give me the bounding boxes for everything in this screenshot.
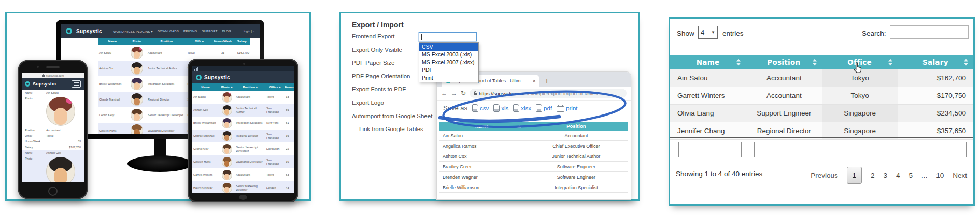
next-button[interactable]: Next xyxy=(953,171,967,179)
hamburger-menu-icon[interactable] xyxy=(72,80,81,88)
dropdown-option[interactable]: MS Excel 2003 (.xls) xyxy=(419,51,478,59)
table-row: Garrett WintersAccountantTokyo$170,750 xyxy=(670,87,973,105)
cell xyxy=(219,105,235,116)
page-number-2[interactable]: 2 xyxy=(871,171,875,179)
column-header[interactable]: Name xyxy=(439,123,524,129)
cell xyxy=(219,157,235,167)
save-as-link-xlsx[interactable]: xlsx xyxy=(513,104,531,112)
tablet-table-body: Airi SatouAccountantTokyo33Ashton CoxJun… xyxy=(192,91,294,193)
save-as-link-pdf[interactable]: pdf xyxy=(536,104,552,112)
data-table: NamePositionOfficeSalary Airi SatouAccou… xyxy=(670,55,973,140)
phone-speaker xyxy=(46,66,60,68)
save-as-link-print[interactable]: print xyxy=(557,105,577,112)
avatar xyxy=(131,62,143,75)
tab-close-icon[interactable]: × xyxy=(533,78,536,84)
table-row: Olivia LiangSupport EngineerSingapore$23… xyxy=(670,105,973,122)
phone-record-list: NameAiri SatouPhotoPositionAccountantOff… xyxy=(22,90,84,182)
field-label: Position xyxy=(25,128,46,132)
column-filter-input-position[interactable] xyxy=(754,142,816,157)
address-bar[interactable]: https://supsystic.com/example/export-imp… xyxy=(470,89,627,98)
reload-icon[interactable]: ↻ xyxy=(461,90,466,97)
dropdown-option[interactable]: Print xyxy=(419,74,478,82)
column-header-position[interactable]: Position xyxy=(746,58,821,66)
frontend-export-input[interactable]: ​ xyxy=(419,32,477,41)
column-header[interactable]: Office xyxy=(187,40,212,43)
cell: Tokyo xyxy=(265,173,285,177)
cell: Charde Marshall xyxy=(192,134,219,138)
save-as-link-csv[interactable]: csv xyxy=(472,104,489,112)
navbar-menu-item[interactable]: DOWNLOADS xyxy=(158,30,179,33)
cell: Javascript Developer xyxy=(235,160,265,164)
cell xyxy=(219,92,235,103)
tablet-status-bar xyxy=(192,66,294,71)
cell: Brielle Williamson xyxy=(192,121,219,125)
dropdown-option[interactable]: PDF xyxy=(419,66,478,74)
table-row: Airi SatouAccountantTokyo$162,700 xyxy=(670,69,973,87)
save-as-link-xls[interactable]: xls xyxy=(493,104,508,112)
dropdown-option[interactable]: CSV xyxy=(419,43,478,51)
cell: Senior Javascript Developer xyxy=(235,146,265,153)
avatar-bow xyxy=(229,92,232,94)
avatar xyxy=(222,170,232,180)
cell: Airi Satou xyxy=(670,69,746,87)
navbar-menu-item[interactable]: BLOG xyxy=(222,30,231,33)
search-input[interactable] xyxy=(890,25,969,39)
column-header[interactable]: Hours xyxy=(285,85,294,89)
avatar xyxy=(222,144,232,154)
field-label: Name xyxy=(25,151,46,154)
cell: Tokyo xyxy=(822,87,898,104)
column-header[interactable]: Office ♦ xyxy=(265,85,285,89)
column-header[interactable]: Position xyxy=(524,123,628,129)
forward-icon[interactable]: → xyxy=(451,90,457,97)
back-icon[interactable]: ← xyxy=(441,90,447,97)
column-filter-input-office[interactable] xyxy=(831,142,891,157)
cell: Senior Marketing Designer xyxy=(235,184,265,192)
column-filter-input-name[interactable] xyxy=(678,142,742,157)
supsystic-logo-icon xyxy=(25,81,30,87)
cell: Singapore xyxy=(822,105,898,122)
cell: Airi Satou xyxy=(98,51,127,54)
page-number-5[interactable]: 5 xyxy=(908,171,913,179)
cell: Angelica Ramos xyxy=(439,144,524,149)
tablet-home-button[interactable] xyxy=(239,195,247,200)
cell: $162,700 xyxy=(234,51,250,54)
navbar-menu-item[interactable]: PRICING xyxy=(183,30,197,33)
field-value xyxy=(46,97,81,126)
column-header[interactable]: Name xyxy=(98,40,127,43)
phone-home-button[interactable] xyxy=(48,187,58,196)
phone-mockup: supsystic.com Supsystic NameAiri SatouPh… xyxy=(18,60,88,199)
avatar-face xyxy=(224,174,230,180)
column-header[interactable]: Position xyxy=(147,40,186,43)
page-ellipsis: ... xyxy=(921,171,927,179)
column-header[interactable]: Name xyxy=(192,85,219,89)
column-filter-input-salary[interactable] xyxy=(905,142,967,157)
cell: Accountant xyxy=(147,51,186,54)
column-header[interactable]: Salary xyxy=(234,40,250,43)
avatar xyxy=(222,105,232,116)
column-header[interactable]: Position ♦ xyxy=(235,85,265,89)
page-number-1[interactable]: 1 xyxy=(847,167,862,184)
entries-select[interactable]: 4 ▼ xyxy=(698,26,718,39)
avatar-face xyxy=(224,109,230,115)
navbar-menu-item[interactable]: SUPPORT xyxy=(202,30,217,33)
column-header-salary[interactable]: Salary xyxy=(898,58,973,66)
page-number-3[interactable]: 3 xyxy=(883,171,887,179)
cell: Senior Javascript Developer xyxy=(147,113,186,117)
browser-preview-table: NamePosition Airi SatouAccountantAngelic… xyxy=(439,122,628,193)
navbar-menu-item[interactable]: WORDPRESS PLUGINS ▾ xyxy=(113,30,153,33)
hand-cursor-icon xyxy=(853,62,864,74)
column-header[interactable]: Hours/Week xyxy=(212,40,233,43)
sort-icon xyxy=(736,59,741,66)
previous-button[interactable]: Previous xyxy=(811,171,838,179)
page-number-4[interactable]: 4 xyxy=(896,171,900,179)
cell: Airi Satou xyxy=(439,133,524,138)
cell: Regional Director xyxy=(147,98,186,101)
column-header[interactable]: Photo xyxy=(127,40,147,43)
dropdown-option[interactable]: MS Excel 2007 (.xlsx) xyxy=(419,59,478,66)
navbar-login[interactable]: login | ⌕ xyxy=(244,30,254,33)
column-header-name[interactable]: Name xyxy=(670,58,746,66)
page-number-10[interactable]: 10 xyxy=(936,171,944,179)
table-row: Ashton CoxJunior Technical AuthorSan Fra… xyxy=(192,104,294,117)
new-tab-button[interactable]: + xyxy=(545,77,549,85)
column-header[interactable]: Photo ♦ xyxy=(219,85,235,89)
